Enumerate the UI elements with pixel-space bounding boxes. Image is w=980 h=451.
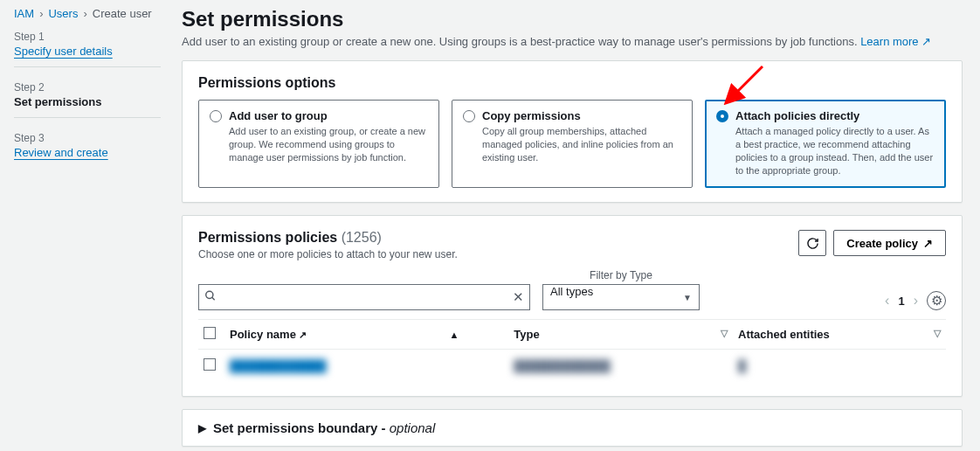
radio-icon[interactable] bbox=[716, 110, 728, 122]
option-desc: Add user to an existing group, or create… bbox=[229, 125, 428, 164]
svg-line-2 bbox=[212, 298, 215, 301]
policies-count: (1256) bbox=[342, 230, 382, 245]
chevron-right-icon: › bbox=[39, 7, 43, 20]
chevron-right-icon: › bbox=[83, 7, 86, 20]
breadcrumb-iam[interactable]: IAM bbox=[14, 7, 34, 20]
prev-page-icon[interactable]: ‹ bbox=[885, 293, 889, 309]
clear-icon[interactable]: ✕ bbox=[513, 289, 524, 305]
policies-table: Policy name↗ ▲ Type ▽ Attached entities … bbox=[198, 319, 946, 382]
page-subtitle: Add user to an existing group or create … bbox=[182, 35, 963, 48]
option-add-to-group[interactable]: Add user to group Add user to an existin… bbox=[198, 100, 439, 188]
option-title: Attach policies directly bbox=[735, 109, 859, 122]
permissions-options-panel: Permissions options Add user to group bbox=[182, 60, 963, 203]
refresh-button[interactable] bbox=[798, 230, 826, 256]
search-icon bbox=[204, 290, 217, 305]
col-attached-entities[interactable]: Attached entities ▽ bbox=[733, 320, 946, 350]
permissions-boundary-panel[interactable]: ▶ Set permissions boundary - optional bbox=[182, 409, 963, 447]
col-type[interactable]: Type ▽ bbox=[508, 320, 733, 350]
radio-icon[interactable] bbox=[463, 110, 475, 122]
main-content: Set permissions Add user to an existing … bbox=[175, 0, 980, 451]
page-number: 1 bbox=[898, 295, 904, 308]
search-field-wrap: ✕ bbox=[198, 284, 530, 310]
external-link-icon: ↗ bbox=[299, 330, 307, 340]
pagination: ‹ 1 › ⚙ bbox=[885, 291, 946, 310]
gear-icon: ⚙ bbox=[931, 293, 942, 309]
caret-right-icon: ▶ bbox=[198, 422, 206, 434]
step-number: Step 1 bbox=[14, 31, 161, 43]
next-page-icon[interactable]: › bbox=[914, 293, 918, 309]
learn-more-link[interactable]: Learn more ↗ bbox=[860, 35, 931, 48]
svg-point-1 bbox=[206, 292, 213, 299]
option-title: Copy permissions bbox=[482, 109, 581, 122]
external-link-icon: ↗ bbox=[921, 35, 931, 48]
option-attach-directly[interactable]: Attach policies directly Attach a manage… bbox=[705, 100, 946, 188]
step-number: Step 3 bbox=[14, 132, 161, 144]
breadcrumb: IAM › Users › Create user bbox=[14, 7, 161, 20]
wizard-sidebar: IAM › Users › Create user Step 1 Specify… bbox=[0, 0, 175, 451]
create-policy-button[interactable]: Create policy ↗ bbox=[833, 230, 946, 256]
step-1[interactable]: Step 1 Specify user details bbox=[14, 31, 161, 67]
breadcrumb-current: Create user bbox=[93, 7, 152, 20]
table-row[interactable]: ████████████ ████████████ █ bbox=[198, 350, 946, 383]
external-link-icon: ↗ bbox=[923, 237, 933, 250]
step-number: Step 2 bbox=[14, 81, 161, 94]
optional-label: optional bbox=[390, 420, 436, 435]
radio-icon[interactable] bbox=[210, 110, 222, 122]
step-label[interactable]: Specify user details bbox=[14, 45, 161, 58]
option-desc: Copy all group memberships, attached man… bbox=[482, 125, 681, 164]
policies-subheading: Choose one or more policies to attach to… bbox=[198, 248, 458, 260]
step-label: Set permissions bbox=[14, 95, 161, 108]
option-desc: Attach a managed policy directly to a us… bbox=[735, 125, 935, 177]
policy-name-link[interactable]: ████████████ bbox=[230, 359, 327, 372]
settings-button[interactable]: ⚙ bbox=[927, 291, 946, 310]
filter-icon[interactable]: ▽ bbox=[934, 328, 941, 339]
step-3[interactable]: Step 3 Review and create bbox=[14, 132, 161, 168]
select-all-checkbox[interactable] bbox=[204, 327, 216, 339]
boundary-toggle[interactable]: ▶ Set permissions boundary - optional bbox=[198, 420, 946, 435]
type-select[interactable]: All types bbox=[542, 284, 700, 310]
permissions-options-heading: Permissions options bbox=[198, 75, 946, 91]
filter-icon[interactable]: ▽ bbox=[721, 328, 728, 339]
attached-count: █ bbox=[738, 359, 746, 372]
option-copy-permissions[interactable]: Copy permissions Copy all group membersh… bbox=[452, 100, 693, 188]
refresh-icon bbox=[806, 237, 819, 250]
filter-type-label: Filter by Type bbox=[542, 269, 700, 281]
breadcrumb-users[interactable]: Users bbox=[48, 7, 78, 20]
sort-asc-icon: ▲ bbox=[450, 330, 459, 340]
policy-type: ████████████ bbox=[514, 359, 611, 372]
policies-heading: Permissions policies (1256) bbox=[198, 230, 382, 245]
page-title: Set permissions bbox=[182, 7, 963, 31]
row-checkbox[interactable] bbox=[204, 358, 216, 371]
option-title: Add user to group bbox=[229, 109, 328, 122]
step-2: Step 2 Set permissions bbox=[14, 81, 161, 118]
step-label[interactable]: Review and create bbox=[14, 146, 161, 159]
permissions-policies-panel: Permissions policies (1256) Choose one o… bbox=[182, 215, 963, 397]
col-policy-name[interactable]: Policy name↗ ▲ bbox=[224, 320, 508, 350]
search-input[interactable] bbox=[198, 284, 530, 310]
